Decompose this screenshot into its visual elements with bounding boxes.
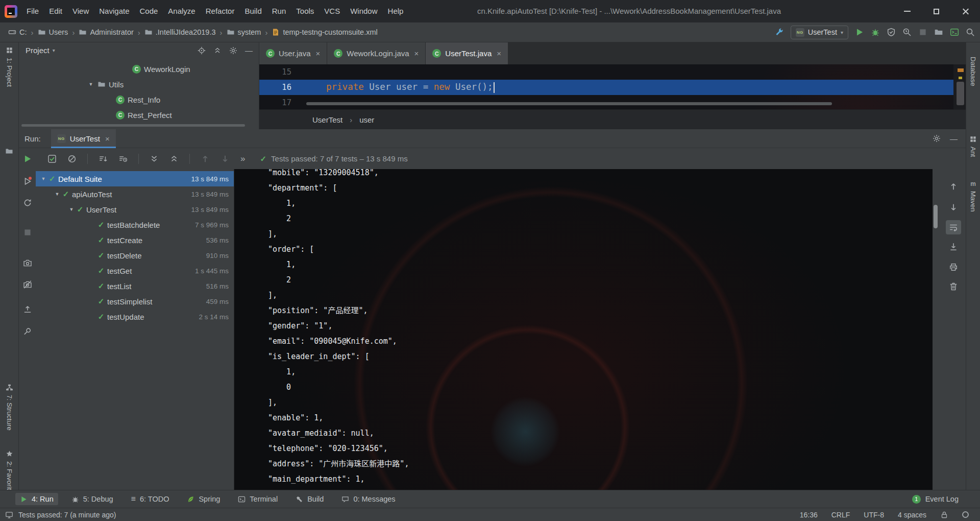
breadcrumb-administrator[interactable]: Administrator xyxy=(78,28,134,36)
rerun-button[interactable] xyxy=(23,154,32,163)
menu-edit[interactable]: Edit xyxy=(44,0,67,22)
maximize-button[interactable] xyxy=(922,0,951,22)
tool-button-terminal[interactable]: Terminal xyxy=(233,493,282,505)
tool-button-todo[interactable]: ≡ 6: TODO xyxy=(127,492,174,506)
open-project-button[interactable] xyxy=(934,28,943,37)
restore-layout-button[interactable] xyxy=(23,304,32,314)
stop-button[interactable] xyxy=(918,28,927,37)
test-row-default-suite[interactable]: ▼ ✓ Default Suite 13 s 849 ms xyxy=(36,171,234,186)
close-tab-icon[interactable]: × xyxy=(497,49,501,58)
profiler-button[interactable] xyxy=(902,28,912,37)
tool-button-ant[interactable]: Ant xyxy=(966,135,980,157)
tool-button-folder[interactable] xyxy=(0,147,18,155)
pin-tab-button[interactable] xyxy=(23,327,32,336)
project-panel-title[interactable]: Project xyxy=(26,46,50,55)
show-passed-button[interactable] xyxy=(47,154,57,163)
tree-item[interactable]: ▼ Utils xyxy=(19,77,259,92)
lock-icon[interactable] xyxy=(940,511,948,519)
next-occurrence-button[interactable] xyxy=(949,203,958,212)
sort-alphabetically-button[interactable] xyxy=(99,154,108,163)
encoding-widget[interactable]: UTF-8 xyxy=(864,511,884,519)
tool-windows-icon[interactable] xyxy=(5,511,13,519)
tab-usertest-java[interactable]: C UserTest.java × xyxy=(426,42,508,64)
build-hammer-icon[interactable] xyxy=(775,28,784,37)
previous-occurrence-button[interactable] xyxy=(949,182,958,191)
breadcrumb-member[interactable]: user xyxy=(359,115,374,124)
expand-all-button[interactable] xyxy=(150,154,159,163)
next-failed-button[interactable] xyxy=(220,154,230,163)
clear-console-button[interactable] xyxy=(949,282,958,291)
highlighting-level-icon[interactable] xyxy=(962,511,969,518)
expander-icon[interactable]: ▼ xyxy=(87,82,94,87)
menu-view[interactable]: View xyxy=(67,0,94,22)
menu-vcs[interactable]: VCS xyxy=(319,0,345,22)
gear-icon[interactable] xyxy=(229,46,237,55)
menu-analyze[interactable]: Analyze xyxy=(163,0,200,22)
test-row-testbatchdelete[interactable]: ✓ testBatchdelete 7 s 969 ms xyxy=(36,217,234,232)
warning-marker[interactable] xyxy=(959,77,962,79)
tool-button-structure[interactable]: 7: Structure xyxy=(0,384,18,431)
hide-panel-icon[interactable]: — xyxy=(245,46,253,55)
breadcrumb-class[interactable]: UserTest xyxy=(312,115,342,124)
horizontal-scrollbar[interactable] xyxy=(306,102,832,105)
search-everywhere-button[interactable] xyxy=(966,28,975,37)
more-actions-icon[interactable]: » xyxy=(240,154,245,164)
close-tab-icon[interactable]: × xyxy=(316,49,321,58)
test-row-testdelete[interactable]: ✓ testDelete 910 ms xyxy=(36,248,234,263)
menu-build[interactable]: Build xyxy=(239,0,266,22)
line-separator-widget[interactable]: CRLF xyxy=(831,511,850,519)
locate-icon[interactable] xyxy=(198,46,206,55)
expander-icon[interactable]: ▼ xyxy=(54,192,61,197)
expander-icon[interactable]: ▼ xyxy=(68,207,75,212)
menu-run[interactable]: Run xyxy=(267,0,291,22)
tree-item[interactable]: C WeworkLogin xyxy=(19,61,259,77)
tool-button-maven[interactable]: m Maven xyxy=(966,180,980,212)
scroll-to-end-button[interactable] xyxy=(949,242,958,251)
sort-by-duration-button[interactable] xyxy=(118,154,128,163)
minimize-button[interactable] xyxy=(893,0,922,22)
test-row-testsimplelist[interactable]: ✓ testSimplelist 459 ms xyxy=(36,294,234,309)
breadcrumb-xml-file[interactable]: temp-testng-customsuite.xml xyxy=(271,28,378,36)
expander-icon[interactable]: ▼ xyxy=(40,176,47,181)
terminal-button[interactable] xyxy=(950,28,959,37)
run-tab-usertest[interactable]: NG UserTest × xyxy=(51,129,116,148)
menu-code[interactable]: Code xyxy=(134,0,163,22)
tree-item[interactable]: C Rest_Perfect xyxy=(19,107,259,123)
vertical-scrollbar[interactable] xyxy=(934,205,938,228)
test-row-testlist[interactable]: ✓ testList 516 ms xyxy=(36,278,234,294)
show-ignored-button[interactable] xyxy=(67,154,77,163)
tool-button-project[interactable]: 1: Project xyxy=(0,46,18,87)
print-button[interactable] xyxy=(949,263,958,272)
tool-button-messages[interactable]: 0: Messages xyxy=(337,493,400,505)
tool-button-run[interactable]: 4: Run xyxy=(15,493,58,505)
breadcrumb-system[interactable]: system xyxy=(226,28,262,36)
menu-file[interactable]: File xyxy=(21,0,44,22)
test-row-apiautotest[interactable]: ▼ ✓ apiAutoTest 13 s 849 ms xyxy=(36,186,234,202)
tab-weworklogin-java[interactable]: C WeworkLogin.java × xyxy=(327,42,426,64)
breadcrumb-idea-dir[interactable]: .IntelliJIdea2019.3 xyxy=(143,28,217,36)
collapse-all-button[interactable] xyxy=(169,154,179,163)
test-console[interactable]: "mobile": "13209004518", "department": [… xyxy=(234,169,933,490)
gear-icon[interactable] xyxy=(933,134,941,143)
menu-refactor[interactable]: Refactor xyxy=(201,0,240,22)
horizontal-scrollbar[interactable] xyxy=(21,124,245,127)
menu-window[interactable]: Window xyxy=(345,0,382,22)
test-row-usertest[interactable]: ▼ ✓ UserTest 13 s 849 ms xyxy=(36,202,234,217)
indent-widget[interactable]: 4 spaces xyxy=(898,511,926,519)
breadcrumb-users[interactable]: Users xyxy=(37,28,69,36)
stop-button[interactable] xyxy=(23,228,32,237)
test-row-testcreate[interactable]: ✓ testCreate 536 ms xyxy=(36,232,234,248)
breadcrumb-drive[interactable]: C: xyxy=(7,28,28,36)
test-row-testget[interactable]: ✓ testGet 1 s 445 ms xyxy=(36,263,234,278)
tool-button-debug[interactable]: 5: Debug xyxy=(67,493,118,505)
camera-icon[interactable] xyxy=(23,258,32,268)
menu-tools[interactable]: Tools xyxy=(291,0,319,22)
vertical-scrollbar[interactable] xyxy=(957,82,964,105)
close-tab-icon[interactable]: × xyxy=(414,49,419,58)
collapse-all-icon[interactable] xyxy=(213,46,222,55)
previous-failed-button[interactable] xyxy=(201,154,210,163)
tool-button-database[interactable]: Database xyxy=(966,57,980,86)
tree-item[interactable]: C Rest_Info xyxy=(19,92,259,107)
tab-user-java[interactable]: C User.java × xyxy=(259,42,327,64)
soft-wrap-button[interactable] xyxy=(949,223,958,232)
